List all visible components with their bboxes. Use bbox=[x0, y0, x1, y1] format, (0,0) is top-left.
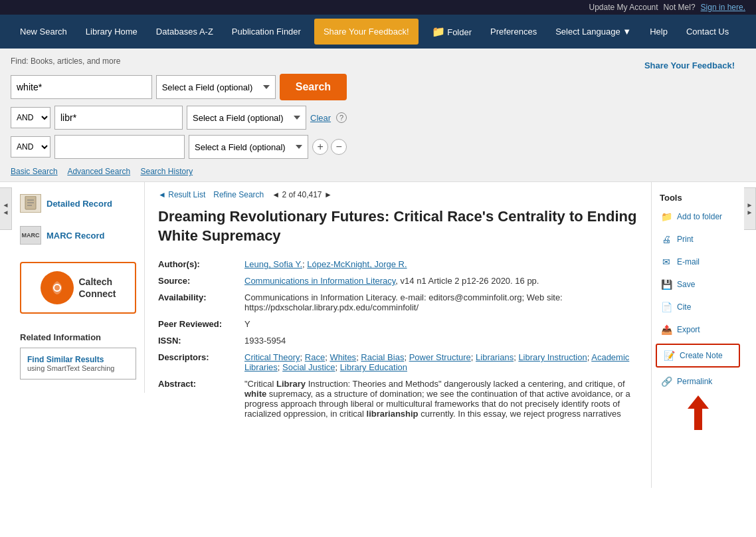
save-icon: 💾 bbox=[660, 278, 673, 291]
search-input-1[interactable] bbox=[11, 75, 152, 99]
right-collapse-button[interactable]: ►► bbox=[744, 187, 756, 230]
detailed-record-label: Detailed Record bbox=[47, 199, 112, 209]
nav-help[interactable]: Help bbox=[640, 16, 677, 47]
cite-label: Cite bbox=[677, 302, 691, 312]
sidebar-item-detailed-record[interactable]: Detailed Record bbox=[12, 187, 144, 219]
tool-cite[interactable]: 📄 Cite bbox=[652, 296, 744, 318]
descriptor-critical-theory[interactable]: Critical Theory bbox=[244, 352, 300, 362]
tool-print[interactable]: 🖨 Print bbox=[652, 228, 744, 251]
author-leung[interactable]: Leung, Sofia Y. bbox=[244, 259, 302, 269]
search-input-3[interactable] bbox=[54, 135, 185, 159]
share-feedback-top[interactable]: Share Your Feedback! bbox=[634, 56, 745, 70]
descriptor-whites[interactable]: Whites bbox=[330, 352, 356, 362]
right-panel-wrapper: Tools 📁 Add to folder 🖨 Print ✉ E-mail 💾… bbox=[651, 182, 756, 488]
author-label: Author(s): bbox=[158, 256, 244, 272]
sidebar-item-marc-record[interactable]: MARC MARC Record bbox=[12, 219, 144, 251]
left-sidebar: Detailed Record MARC MARC Record Caltech bbox=[12, 182, 145, 393]
result-nav: ◄ Result List Refine Search ◄ 2 of 40,41… bbox=[158, 190, 638, 199]
nav-bar: New Search Library Home Databases A-Z Pu… bbox=[0, 15, 756, 49]
nav-folder[interactable]: 📁 Folder bbox=[423, 15, 481, 49]
operator-select-3[interactable]: ANDORNOT bbox=[11, 136, 50, 158]
search-button[interactable]: Search bbox=[280, 74, 347, 100]
nav-contact-us[interactable]: Contact Us bbox=[677, 16, 738, 47]
detailed-record-icon bbox=[20, 194, 41, 213]
descriptors-label: Descriptors: bbox=[158, 349, 244, 376]
tool-create-note[interactable]: 📝 Create Note bbox=[656, 344, 740, 368]
issn-value: 1933-5954 bbox=[244, 332, 638, 349]
search-history-link[interactable]: Search History bbox=[140, 167, 193, 176]
peer-reviewed-label: Peer Reviewed: bbox=[158, 316, 244, 332]
up-arrow-svg bbox=[685, 393, 711, 433]
sign-in-link[interactable]: Sign in here. bbox=[701, 3, 745, 12]
print-label: Print bbox=[677, 235, 694, 244]
result-list-link[interactable]: ◄ Result List bbox=[158, 190, 205, 199]
remove-row-button[interactable]: − bbox=[331, 139, 347, 155]
field-select-1[interactable]: Select a Field (optional) bbox=[156, 75, 276, 99]
basic-search-link[interactable]: Basic Search bbox=[11, 167, 58, 176]
descriptor-library-instruction[interactable]: Library Instruction bbox=[518, 352, 587, 362]
metadata-table: Author(s): Leung, Sofia Y.; López-McKnig… bbox=[158, 256, 638, 422]
add-remove-row: + − bbox=[312, 139, 347, 155]
left-collapse-button[interactable]: ◄◄ bbox=[0, 187, 12, 230]
caltech-connect-box[interactable]: Caltech Connect bbox=[20, 262, 136, 314]
abstract-label: Abstract: bbox=[158, 376, 244, 422]
tool-save[interactable]: 💾 Save bbox=[652, 273, 744, 296]
field-select-2[interactable]: Select a Field (optional) bbox=[187, 106, 306, 130]
tools-title: Tools bbox=[652, 187, 744, 205]
nav-publication-finder[interactable]: Publication Finder bbox=[223, 16, 310, 47]
descriptor-social-justice[interactable]: Social Justice bbox=[282, 362, 335, 372]
field-select-3[interactable]: Select a Field (optional) bbox=[189, 135, 308, 159]
operator-select-2[interactable]: ANDORNOT bbox=[11, 107, 50, 128]
descriptor-power-structure[interactable]: Power Structure bbox=[409, 352, 471, 362]
email-label: E-mail bbox=[677, 257, 700, 267]
update-account-link[interactable]: Update My Account bbox=[589, 3, 658, 12]
source-link[interactable]: Communications in Information Literacy bbox=[244, 276, 395, 286]
result-count: ◄ 2 of 40,417 ► bbox=[272, 190, 331, 199]
nav-new-search[interactable]: New Search bbox=[11, 16, 76, 47]
clear-link[interactable]: Clear bbox=[310, 113, 331, 123]
tool-permalink[interactable]: 🔗 Permalink bbox=[652, 370, 744, 393]
cite-icon: 📄 bbox=[660, 300, 673, 314]
search-row-3: ANDORNOT Select a Field (optional) + − bbox=[11, 135, 347, 159]
source-label: Source: bbox=[158, 272, 244, 289]
nav-select-language[interactable]: Select Language ▼ bbox=[546, 16, 640, 47]
add-row-button[interactable]: + bbox=[312, 139, 328, 155]
table-row: Source: Communications in Information Li… bbox=[158, 272, 638, 289]
descriptor-race[interactable]: Race bbox=[305, 352, 325, 362]
marc-record-icon: MARC bbox=[20, 226, 41, 245]
descriptor-racial-bias[interactable]: Racial Bias bbox=[361, 352, 404, 362]
refine-search-link[interactable]: Refine Search bbox=[213, 190, 264, 199]
abstract-value: "Critical Library Instruction: Theories … bbox=[244, 376, 638, 422]
nav-preferences[interactable]: Preferences bbox=[481, 16, 546, 47]
search-input-2[interactable] bbox=[54, 106, 183, 130]
not-mel-text: Not Mel? bbox=[664, 3, 696, 12]
permalink-icon: 🔗 bbox=[660, 375, 673, 388]
table-row: Descriptors: Critical Theory; Race; Whit… bbox=[158, 349, 638, 376]
permalink-label: Permalink bbox=[677, 377, 712, 386]
nav-share-feedback[interactable]: Share Your Feedback! bbox=[314, 19, 419, 45]
descriptor-librarians[interactable]: Librarians bbox=[476, 352, 514, 362]
tool-email[interactable]: ✉ E-mail bbox=[652, 251, 744, 273]
save-label: Save bbox=[677, 280, 695, 289]
author-lopez[interactable]: López-McKnight, Jorge R. bbox=[307, 259, 407, 269]
main-layout: ◄◄ Detailed Record MARC MARC Record bbox=[0, 182, 756, 488]
svg-marker-6 bbox=[688, 395, 709, 430]
export-label: Export bbox=[677, 325, 700, 334]
nav-databases-az[interactable]: Databases A-Z bbox=[147, 16, 223, 47]
top-bar: Update My Account Not Mel? Sign in here. bbox=[0, 0, 756, 15]
export-icon: 📤 bbox=[660, 323, 673, 336]
help-circle-icon[interactable]: ? bbox=[336, 112, 347, 123]
article-title: Dreaming Revolutionary Futures: Critical… bbox=[158, 207, 638, 245]
availability-value: Communications in Information Literacy. … bbox=[244, 289, 638, 316]
tool-add-to-folder[interactable]: 📁 Add to folder bbox=[652, 205, 744, 228]
search-links: Basic Search Advanced Search Search Hist… bbox=[11, 167, 347, 176]
advanced-search-link[interactable]: Advanced Search bbox=[67, 167, 130, 176]
find-similar-box[interactable]: Find Similar Results using SmartText Sea… bbox=[20, 348, 136, 379]
right-sidebar: Tools 📁 Add to folder 🖨 Print ✉ E-mail 💾… bbox=[651, 182, 744, 488]
tool-export[interactable]: 📤 Export bbox=[652, 318, 744, 341]
add-to-folder-label: Add to folder bbox=[677, 212, 722, 221]
nav-library-home[interactable]: Library Home bbox=[76, 16, 147, 47]
descriptor-library-education[interactable]: Library Education bbox=[340, 362, 407, 372]
table-row: ISSN: 1933-5954 bbox=[158, 332, 638, 349]
content-area: ◄ Result List Refine Search ◄ 2 of 40,41… bbox=[145, 182, 651, 488]
